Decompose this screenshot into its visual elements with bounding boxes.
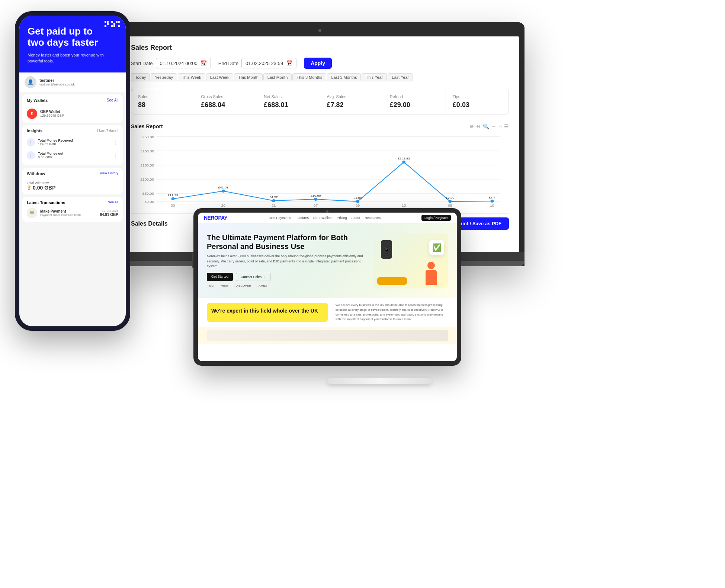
filter-btn-last-year[interactable]: Last Year — [388, 73, 413, 81]
svg-point-15 — [314, 198, 317, 201]
nav-link-take-payments[interactable]: Take Payments — [268, 216, 291, 220]
svg-text:£100.00: £100.00 — [140, 178, 154, 181]
transaction-info: Make Payment Payment successful from tes… — [40, 209, 97, 217]
metric-card-gross-sales: Gross Sales£688.04 — [194, 89, 257, 114]
chart-icon-4[interactable]: ↔ — [491, 123, 497, 129]
trophy-icon: 🏆 — [27, 185, 31, 190]
transactions-header: Latest Transactions See All — [27, 200, 118, 205]
visa-logo: VISA — [219, 283, 230, 288]
svg-point-18 — [448, 200, 452, 203]
phone-hero-subtitle: Money faster and boost your revenue with… — [28, 52, 118, 64]
section2-title: We're expert in this field whole over th… — [211, 307, 324, 314]
sales-report-title: Sales Report — [131, 44, 509, 52]
metric-value: £7.82 — [327, 101, 376, 109]
tablet-section-2: We're expert in this field whole over th… — [198, 298, 457, 327]
start-date-calendar-icon[interactable]: 📅 — [201, 60, 207, 66]
chart-title: Sales Report — [131, 123, 509, 129]
nav-login-button[interactable]: Login / Register — [421, 215, 451, 221]
nav-link-resources[interactable]: Resources — [365, 216, 381, 220]
apply-button[interactable]: Apply — [304, 58, 332, 69]
tablet-screen: NEROPAY Take PaymentsFeaturesDaro Wallet… — [198, 213, 457, 361]
money-received-label: Total Money Received — [38, 139, 110, 142]
sales-details-title: Sales Details — [131, 220, 168, 227]
metric-card-tips: Tips£0.03 — [446, 89, 509, 114]
end-date-input[interactable]: 01.02.2025 23:59 📅 — [241, 58, 296, 68]
logo-pay: PAY — [218, 215, 227, 221]
filter-btn-this-month[interactable]: This Month — [234, 73, 262, 81]
svg-text:£10.00: £10.00 — [311, 194, 321, 197]
transaction-right: 12, Jul 2024 64.81 GBP — [100, 209, 118, 217]
money-out-amount: 0.00 GBP — [38, 155, 110, 159]
metric-label: Net Sales — [264, 94, 313, 99]
chart-icon-1[interactable]: ⊕ — [469, 123, 474, 129]
nav-link-pricing[interactable]: Pricing — [337, 216, 347, 220]
nav-link-daro-wallets[interactable]: Daro Wallets — [313, 216, 332, 220]
metric-label: Gross Sales — [201, 94, 250, 99]
money-received-menu[interactable]: ⋮ — [113, 139, 118, 145]
metric-label: Tips — [453, 94, 502, 99]
section2-text: We believe every business in the UK shou… — [336, 303, 448, 322]
end-date-calendar-icon[interactable]: 📅 — [286, 60, 292, 66]
chart-section: Sales Report ⊕ ⊖ 🔍 ↔ ⌂ ☰ — [131, 123, 509, 207]
tablet-hero-desc: NeroPAY helps over 2,000 businesses deli… — [207, 254, 366, 269]
nav-link-about[interactable]: About — [352, 216, 360, 220]
transaction-row: 💳 Make Payment Payment successful from t… — [27, 208, 118, 218]
total-withdraw-label: Total Withdraw — [27, 181, 118, 185]
chart-icon-3[interactable]: 🔍 — [483, 123, 489, 129]
filter-btn-this-year[interactable]: This Year — [362, 73, 387, 81]
end-date-value: 01.02.2025 23:59 — [246, 61, 283, 66]
chart-icon-5[interactable]: ⌂ — [499, 123, 502, 129]
money-received-amount: 129.63 GBP — [38, 142, 110, 146]
nav-links: Take PaymentsFeaturesDaro WalletsPricing… — [268, 216, 381, 220]
start-date-label: Start Date — [131, 61, 153, 66]
yellow-highlight-block: We're expert in this field whole over th… — [207, 303, 328, 322]
profile-email: testmer@neropay.co.uk — [39, 83, 121, 86]
filter-btn-today[interactable]: Today — [131, 73, 150, 81]
get-started-button[interactable]: Get Started — [207, 273, 233, 281]
svg-text:13: 13 — [402, 204, 406, 207]
tablet-hero-text: The Ultimate Payment Platform for Both P… — [207, 233, 366, 288]
filter-btn-last-3-months[interactable]: Last 3 Months — [327, 73, 361, 81]
transactions-see-all[interactable]: See All — [108, 200, 118, 205]
filter-btn-this-week[interactable]: This Week — [178, 73, 205, 81]
tablet-hero-title: The Ultimate Payment Platform for Both P… — [207, 233, 366, 251]
discover-logo: DISCOVER — [233, 283, 253, 288]
wallets-section: My Wallets See All £ GBP Wallet 129.6294… — [22, 94, 123, 123]
metric-label: Avg. Sales — [327, 94, 376, 99]
chart-icon-2[interactable]: ⊖ — [476, 123, 481, 129]
profile-info: testmer testmer@neropay.co.uk — [39, 78, 121, 86]
start-date-value: 01.10.2024 00:00 — [160, 61, 198, 66]
svg-text:£250.00: £250.00 — [140, 135, 154, 139]
svg-text:20: 20 — [221, 204, 225, 207]
filter-btn-this-3-months[interactable]: This 3 Months — [292, 73, 326, 81]
money-out-menu[interactable]: ⋮ — [113, 152, 118, 158]
money-out-label: Total Money out — [38, 152, 110, 155]
avatar: 👤 — [25, 76, 36, 88]
svg-point-13 — [222, 190, 225, 193]
svg-text:£41.01: £41.01 — [218, 185, 229, 189]
svg-text:£150.00: £150.00 — [140, 164, 154, 167]
contact-sales-button[interactable]: Contact Sales → — [236, 273, 271, 281]
tablet-hero-buttons: Get Started Contact Sales → — [207, 273, 366, 281]
chart-icon-6[interactable]: ☰ — [504, 123, 509, 129]
start-date-input[interactable]: 01.10.2024 00:00 📅 — [156, 58, 211, 68]
metric-card-refund: Refund£29.00 — [383, 89, 446, 114]
transactions-section: Latest Transactions See All 💳 Make Payme… — [22, 197, 123, 222]
filter-btn-last-week[interactable]: Last Week — [206, 73, 234, 81]
wallets-see-all[interactable]: See All — [107, 98, 118, 106]
nav-link-features[interactable]: Features — [296, 216, 309, 220]
wallet-name: GBP Wallet — [40, 110, 118, 114]
svg-text:07: 07 — [314, 204, 318, 207]
svg-text:£50.00: £50.00 — [142, 192, 154, 196]
view-history-link[interactable]: View History — [100, 171, 118, 179]
tablet-camera — [326, 210, 328, 213]
svg-text:£200.00: £200.00 — [140, 149, 154, 153]
phone-hero-section: Get paid up to two days faster Money fas… — [19, 16, 126, 72]
svg-text:£3.4: £3.4 — [489, 196, 495, 199]
metric-label: Sales — [138, 94, 187, 99]
mastercard-logo: MC — [207, 283, 216, 288]
profile-name: testmer — [39, 78, 121, 83]
laptop-camera — [318, 29, 321, 32]
filter-btn-last-month[interactable]: Last Month — [263, 73, 292, 81]
filter-btn-yesterday[interactable]: Yesterday — [151, 73, 177, 81]
